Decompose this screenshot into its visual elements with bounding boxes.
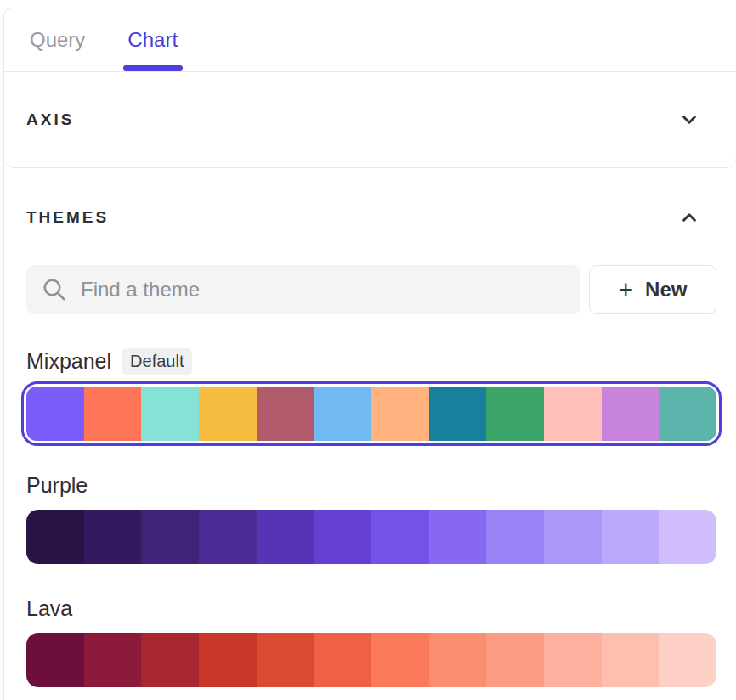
- chevron-down-icon[interactable]: [680, 110, 699, 129]
- theme-swatch-bar[interactable]: [26, 510, 716, 564]
- color-swatch: [84, 633, 142, 687]
- section-themes: THEMES + New Mixpanel Default: [4, 176, 736, 700]
- theme-toolbar: + New: [26, 265, 716, 314]
- theme-label-row: Mixpanel Default: [26, 348, 716, 375]
- tab-active-underline: [123, 65, 183, 71]
- color-swatch: [141, 633, 199, 687]
- theme-default-badge: Default: [122, 348, 192, 375]
- color-swatch: [257, 510, 314, 564]
- color-swatch: [314, 633, 371, 687]
- color-swatch: [84, 387, 142, 441]
- theme-swatch-strip: [26, 633, 716, 687]
- color-swatch: [602, 633, 660, 687]
- color-swatch: [659, 510, 716, 564]
- color-swatch: [371, 510, 429, 564]
- tab-query-label: Query: [30, 28, 85, 52]
- theme-swatch-bar[interactable]: [26, 633, 716, 687]
- theme-name: Mixpanel: [26, 349, 111, 374]
- color-swatch: [314, 387, 371, 441]
- color-swatch: [429, 387, 487, 441]
- color-swatch: [602, 387, 660, 441]
- color-swatch: [84, 510, 142, 564]
- color-swatch: [544, 510, 602, 564]
- color-swatch: [26, 510, 84, 564]
- theme-label-row: Lava: [26, 596, 716, 621]
- theme-swatch-strip: [26, 510, 716, 564]
- color-swatch: [26, 387, 84, 441]
- chevron-up-icon[interactable]: [680, 208, 699, 227]
- color-swatch: [199, 633, 257, 687]
- theme-search[interactable]: [26, 265, 580, 314]
- tab-chart-label: Chart: [127, 28, 178, 52]
- new-theme-button-label: New: [645, 278, 687, 302]
- color-swatch: [141, 510, 199, 564]
- section-axis[interactable]: AXIS: [4, 72, 736, 167]
- color-swatch: [26, 633, 84, 687]
- theme-label-row: Purple: [26, 473, 716, 498]
- theme-list: Mixpanel Default Purple Lava Mist: [4, 348, 736, 700]
- color-swatch: [659, 633, 716, 687]
- themes-section-header[interactable]: THEMES: [4, 208, 736, 227]
- theme-row: Purple: [26, 473, 716, 564]
- theme-name: Lava: [26, 596, 72, 621]
- theme-swatch-strip: [26, 387, 716, 441]
- theme-swatch-bar[interactable]: [21, 381, 722, 446]
- color-swatch: [199, 387, 257, 441]
- color-swatch: [199, 510, 257, 564]
- section-divider-gap: [4, 167, 736, 176]
- color-swatch: [544, 633, 602, 687]
- theme-name: Purple: [26, 473, 88, 498]
- color-swatch: [257, 387, 314, 441]
- color-swatch: [314, 510, 371, 564]
- color-swatch: [602, 510, 660, 564]
- tab-chart[interactable]: Chart: [124, 8, 181, 71]
- color-swatch: [486, 633, 544, 687]
- tab-query[interactable]: Query: [26, 8, 88, 71]
- color-swatch: [371, 387, 429, 441]
- color-swatch: [257, 633, 314, 687]
- color-swatch: [544, 387, 602, 441]
- color-swatch: [429, 510, 487, 564]
- tab-bar: Query Chart: [4, 8, 736, 72]
- plus-icon: +: [619, 277, 634, 302]
- color-swatch: [486, 387, 544, 441]
- theme-row: Lava: [26, 596, 716, 687]
- theme-search-input[interactable]: [81, 278, 565, 302]
- theme-row: Mixpanel Default: [26, 348, 716, 446]
- color-swatch: [371, 633, 429, 687]
- color-swatch: [141, 387, 199, 441]
- search-icon: [42, 277, 67, 302]
- new-theme-button[interactable]: + New: [589, 265, 716, 314]
- color-swatch: [429, 633, 487, 687]
- themes-section-title: THEMES: [26, 208, 109, 227]
- chart-settings-panel: Query Chart AXIS THEMES: [3, 8, 736, 700]
- axis-section-title: AXIS: [26, 110, 74, 129]
- color-swatch: [486, 510, 544, 564]
- color-swatch: [659, 387, 716, 441]
